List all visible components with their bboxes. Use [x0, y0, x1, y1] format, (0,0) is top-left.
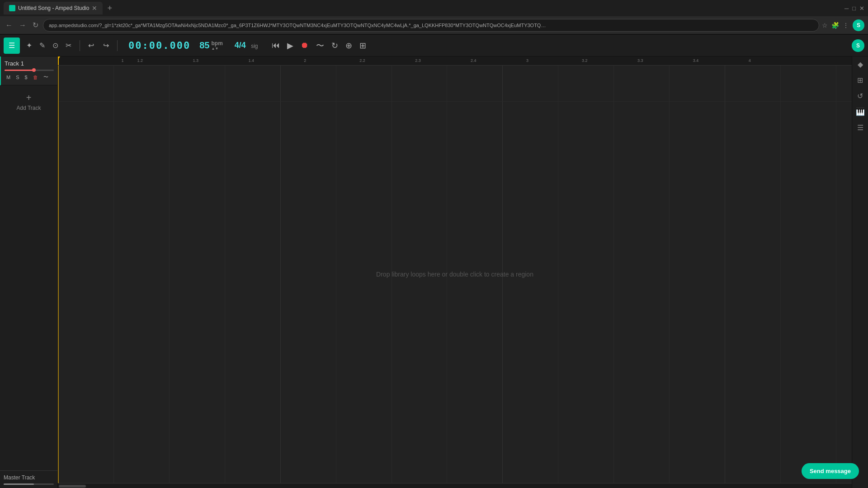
app-avatar[interactable]: S	[852, 39, 864, 52]
back-button[interactable]: ←	[4, 19, 14, 31]
maximize-btn[interactable]: □	[852, 5, 856, 12]
sidebar-icon-piano[interactable]: 🎹	[856, 108, 865, 116]
new-tab-button[interactable]: +	[104, 4, 115, 13]
arrange-section: 1 1.2 1.3 1.4 2 2.2 2.3 2.4 3 3.2 3.3 3.…	[58, 56, 852, 488]
bpm-display: 85 bpm ▲▼	[199, 40, 223, 51]
hamburger-icon: ☰	[9, 41, 15, 50]
ruler-mark-33: 3.3	[637, 58, 643, 63]
close-window-btn[interactable]: ✕	[859, 5, 864, 12]
bar-line-2	[280, 66, 281, 483]
cut-tool[interactable]: ✂	[63, 39, 74, 52]
add-track-label: Add Track	[16, 105, 41, 111]
wave-button[interactable]: 〜	[314, 38, 326, 53]
tab-close-btn[interactable]: ✕	[92, 5, 97, 12]
tab-title: Untitled Song - Amped Studio	[18, 5, 89, 11]
tool-group: ✦ ✎ ⊙ ✂	[24, 39, 74, 52]
bar-line-3	[502, 66, 503, 483]
bpm-label: bpm	[211, 40, 222, 47]
add-track-button[interactable]: + Add Track	[0, 85, 57, 118]
ruler-mark-2: 2	[304, 58, 306, 63]
sidebar-icon-3[interactable]: ↺	[857, 92, 863, 100]
master-volume-fill	[4, 483, 34, 485]
time-sig-value: 4/4	[235, 41, 246, 50]
minimize-btn[interactable]: ─	[844, 5, 849, 12]
select-tool[interactable]: ✦	[24, 39, 35, 52]
browser-tab[interactable]: Untitled Song - Amped Studio ✕	[4, 2, 103, 14]
sidebar-icon-2[interactable]: ⊞	[857, 76, 863, 84]
master-track-label: Master Track	[4, 474, 54, 481]
grid-overlay	[58, 66, 852, 483]
horizontal-scrollbar[interactable]	[58, 483, 852, 488]
beat-line-42	[780, 66, 781, 483]
undo-button[interactable]: ↩	[85, 39, 97, 52]
settings-icon[interactable]: ⋮	[843, 22, 849, 29]
play-button[interactable]: ▶	[285, 39, 295, 52]
beat-line-43	[836, 66, 836, 483]
grid-button[interactable]: ⊞	[358, 39, 368, 52]
track-lock-btn-1[interactable]: $	[23, 74, 29, 81]
volume-slider-1[interactable]	[5, 70, 54, 71]
pencil-tool[interactable]: ✎	[37, 39, 48, 52]
browser-avatar[interactable]: S	[853, 19, 864, 31]
track-volume-row-1	[5, 70, 54, 71]
app-header: ☰ ✦ ✎ ⊙ ✂ ↩ ↪ 00:00.000 85 bpm ▲▼ 4/4 si…	[0, 35, 868, 56]
redo-button[interactable]: ↪	[100, 39, 112, 52]
erase-tool[interactable]: ⊙	[50, 39, 61, 52]
beat-line-33	[613, 66, 614, 483]
nav-icons: ☆ 🧩 ⋮ S	[822, 19, 864, 31]
ruler-mark-24: 2.4	[471, 58, 476, 63]
beat-line-13	[169, 66, 170, 483]
beat-line-32	[558, 66, 558, 483]
playhead-lane-line	[58, 66, 59, 483]
skip-back-button[interactable]: ⏮	[270, 39, 282, 52]
master-volume-slider[interactable]	[4, 483, 54, 485]
h-scroll-thumb[interactable]	[59, 485, 86, 488]
nav-bar: ← → ↻ app.ampedstudio.com/?_gl=1*zkt20c*…	[0, 16, 868, 34]
track-delete-btn-1[interactable]: 🗑	[31, 74, 40, 81]
beat-line-23	[392, 66, 392, 483]
record-button[interactable]: ⏺	[299, 39, 311, 52]
left-spacer	[0, 118, 57, 470]
sidebar-icon-1[interactable]: ◆	[858, 60, 863, 69]
ruler-marks: 1 1.2 1.3 1.4 2 2.2 2.3 2.4 3 3.2 3.3 3.…	[58, 56, 852, 65]
ruler-mark-23: 2.3	[415, 58, 421, 63]
sidebar-icon-5[interactable]: ☰	[857, 123, 863, 132]
ruler-mark-32: 3.2	[582, 58, 588, 63]
midi-button[interactable]: ⊕	[344, 39, 354, 52]
divider-2	[117, 40, 118, 51]
time-display: 00:00.000	[128, 40, 190, 51]
add-track-icon: +	[26, 93, 32, 103]
playhead-head	[58, 56, 60, 60]
bpm-value: 85	[199, 40, 209, 51]
ruler-mark-22: 2.2	[359, 58, 365, 63]
extension-icon[interactable]: 🧩	[831, 22, 839, 29]
bookmark-icon[interactable]: ☆	[822, 22, 828, 29]
menu-button[interactable]: ☰	[4, 38, 20, 54]
track-mute-btn-1[interactable]: M	[5, 74, 12, 81]
forward-button[interactable]: →	[17, 19, 28, 31]
right-sidebar: ◆ ⊞ ↺ 🎹 ☰	[852, 56, 868, 488]
loop-button[interactable]: ↻	[330, 39, 340, 52]
time-sig-display: 4/4 sig	[231, 41, 258, 50]
master-track: Master Track	[0, 470, 57, 488]
track-wave-btn-1[interactable]: 〜	[42, 73, 50, 81]
ruler-mark-12: 1.2	[137, 58, 143, 63]
beat-line-24	[447, 66, 447, 483]
refresh-button[interactable]: ↻	[31, 19, 40, 31]
track-lane-1[interactable]	[58, 66, 852, 102]
track-lanes[interactable]: Drop library loops here or double click …	[58, 66, 852, 483]
divider-1	[80, 40, 80, 51]
beat-line-34	[669, 66, 670, 483]
ruler-mark-4: 4	[749, 58, 751, 63]
track-solo-btn-1[interactable]: S	[14, 74, 21, 81]
ruler-mark-13: 1.3	[193, 58, 199, 63]
time-sig-label: sig	[251, 43, 258, 49]
track-item-1[interactable]: Track 1 M S $ 🗑 〜	[0, 56, 57, 85]
ruler-mark-3: 3	[526, 58, 528, 63]
drop-hint: Drop library loops here or double click …	[376, 271, 533, 278]
timeline-ruler[interactable]: 1 1.2 1.3 1.4 2 2.2 2.3 2.4 3 3.2 3.3 3.…	[58, 56, 852, 66]
address-bar[interactable]: app.ampedstudio.com/?_gl=1*zkt20c*_ga*MT…	[43, 19, 819, 32]
bpm-arrows[interactable]: ▲▼	[211, 47, 222, 51]
send-message-button[interactable]: Send message	[802, 463, 859, 479]
ruler-mark-14: 1.4	[248, 58, 254, 63]
